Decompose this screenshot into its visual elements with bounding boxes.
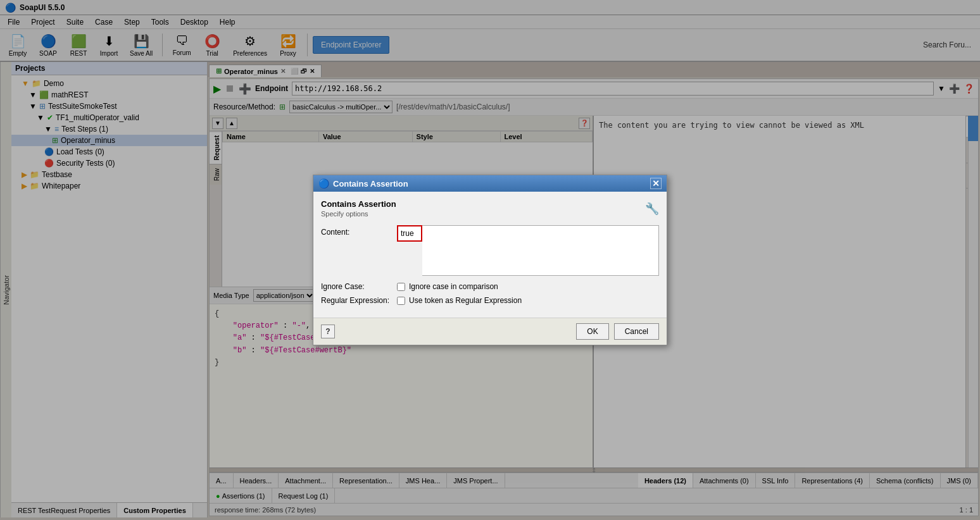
modal-footer: ? OK Cancel: [313, 318, 667, 345]
regex-row: Regular Expression: Use token as Regular…: [321, 296, 659, 305]
content-value-box[interactable]: true: [397, 225, 422, 242]
regex-text: Use token as Regular Expression: [409, 296, 522, 305]
content-field-wrapper: true: [397, 225, 659, 276]
content-area-box[interactable]: [422, 225, 659, 276]
modal-cancel-btn[interactable]: Cancel: [614, 323, 659, 340]
ignore-case-row: Ignore Case: Ignore case in comparison: [321, 282, 659, 291]
regex-label: Regular Expression:: [321, 296, 397, 305]
modal-content-label: Content:: [321, 225, 397, 237]
modal-section-sub: Specify options: [321, 210, 396, 218]
regex-checkbox[interactable]: [397, 297, 405, 305]
regex-group: Use token as Regular Expression: [397, 296, 522, 305]
modal-wrench-icon: 🔧: [645, 202, 659, 216]
modal-overlay: 🔵 Contains Assertion ✕ Contains Assertio…: [0, 0, 980, 517]
modal-help-btn[interactable]: ?: [321, 325, 335, 338]
modal-close-btn[interactable]: ✕: [650, 178, 662, 189]
ignore-case-text: Ignore case in comparison: [409, 282, 498, 291]
ignore-case-label: Ignore Case:: [321, 282, 397, 291]
modal-ok-btn[interactable]: OK: [576, 323, 608, 340]
ignore-case-group: Ignore case in comparison: [397, 282, 498, 291]
contains-assertion-dialog: 🔵 Contains Assertion ✕ Contains Assertio…: [313, 175, 667, 345]
modal-title-icon: 🔵: [318, 178, 329, 189]
modal-body: Contains Assertion Specify options 🔧 Con…: [313, 192, 667, 318]
modal-titlebar: 🔵 Contains Assertion ✕: [313, 175, 667, 192]
modal-section-header: Contains Assertion Specify options 🔧: [321, 199, 659, 218]
modal-content-row: Content: true: [321, 225, 659, 276]
modal-title: Contains Assertion: [333, 179, 408, 189]
modal-footer-actions: OK Cancel: [576, 323, 659, 340]
ignore-case-checkbox[interactable]: [397, 283, 405, 291]
modal-section-title: Contains Assertion: [321, 199, 396, 209]
